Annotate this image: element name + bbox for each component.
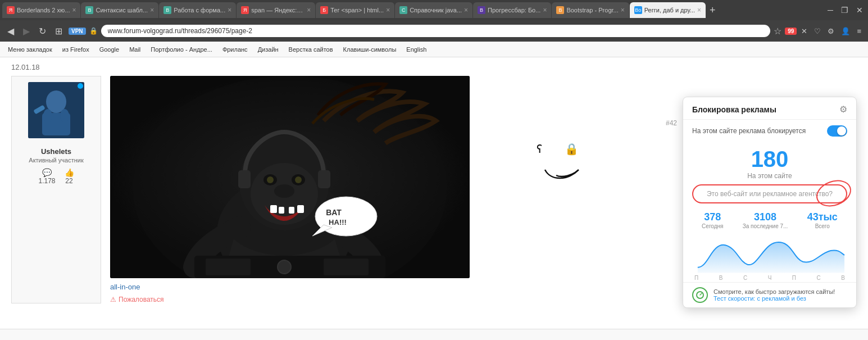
svg-point-14: [295, 176, 302, 183]
back-button[interactable]: ◀: [4, 25, 17, 38]
bookmark-design[interactable]: Дизайн: [255, 45, 282, 54]
tab-close-btn[interactable]: ×: [307, 6, 311, 14]
ad-blocker-panel: Блокировка рекламы ⚙ На этом сайте рекла…: [683, 97, 857, 308]
chart-svg: [692, 234, 847, 273]
doodle-svg: ʕ 🔒: [534, 142, 601, 187]
tab-borderlands[interactable]: Я Borderlands 2 хю... ×: [2, 2, 80, 18]
big-number: 180: [683, 142, 856, 172]
toggle-label: На этом сайте реклама блокируется: [692, 127, 806, 135]
bookmark-verstka[interactable]: Верстка сайтов: [285, 45, 337, 54]
heart-button[interactable]: ♡: [812, 26, 823, 37]
svg-rect-20: [238, 170, 251, 188]
chart-area: П В С Ч П С В: [683, 232, 856, 282]
refresh-button[interactable]: ↻: [36, 25, 49, 38]
post-date: 12.01.18: [11, 63, 857, 71]
tab-close-btn[interactable]: ×: [464, 6, 468, 14]
chart-day-5: П: [792, 275, 796, 281]
bookmarks-bar: Меню закладок из Firefox Google Mail Пор…: [0, 42, 868, 57]
comments-count: 1.178: [38, 177, 55, 185]
settings-button[interactable]: ⚙: [825, 26, 837, 37]
vpn-badge: VPN: [69, 28, 86, 35]
tab-favicon: С: [399, 6, 407, 14]
tab-label: Справочник java...: [410, 7, 462, 13]
speed-link[interactable]: Тест скорости: с рекламой и без: [714, 295, 806, 302]
bookmark-mail[interactable]: Mail: [126, 45, 144, 54]
restore-button[interactable]: ❐: [838, 4, 851, 16]
agency-question-text: Это веб-сайт или рекламное агентство?: [707, 190, 833, 198]
post-image-svg: BAT HA!!!: [110, 76, 470, 278]
forward-button[interactable]: ▶: [20, 25, 33, 38]
minimize-button[interactable]: ─: [825, 4, 836, 16]
tab-favicon: Я: [241, 6, 249, 14]
tab-close-btn[interactable]: ×: [72, 6, 76, 14]
tab-java[interactable]: С Справочник java... ×: [395, 2, 472, 18]
report-label: Пожаловаться: [119, 296, 164, 303]
chart-day-3: С: [743, 275, 747, 281]
bookmark-menu[interactable]: Меню закладок: [4, 45, 56, 54]
tab-label: Работа с форма...: [174, 7, 225, 13]
panel-gear-icon[interactable]: ⚙: [839, 104, 847, 115]
tab-favicon: В: [85, 6, 93, 14]
tab-bootstrap2[interactable]: B Bootstrap - Progr... ×: [552, 2, 629, 18]
tab-close-btn[interactable]: ×: [543, 6, 547, 14]
stat-week-value: 3108: [743, 211, 788, 223]
address-bar: ◀ ▶ ↻ ⊞ VPN 🔒 ☆ 99 ✕ ♡ ⚙ 👤 ≡: [0, 20, 868, 42]
tab-favicon: Б: [320, 6, 328, 14]
svg-text:BAT: BAT: [326, 208, 342, 217]
svg-text:ʕ: ʕ: [537, 143, 542, 155]
tab-close-btn[interactable]: ×: [228, 6, 231, 14]
bookmark-portfolio[interactable]: Портфолио - Андре...: [147, 45, 216, 54]
speed-description: Смотрите, как быстро загружаются сайты!: [714, 288, 835, 295]
tab-span[interactable]: Б Тег <span> | html... ×: [316, 2, 394, 18]
doodle-area: ʕ 🔒: [534, 142, 601, 188]
tab-bar: Я Borderlands 2 хю... × В Синтаксис шабл…: [0, 0, 868, 20]
avatar: [28, 82, 84, 138]
toggle-row: На этом сайте реклама блокируется: [683, 120, 856, 142]
new-tab-button[interactable]: +: [706, 4, 719, 16]
tab-close-btn[interactable]: ×: [386, 6, 390, 14]
close-badge-button[interactable]: ✕: [799, 26, 810, 37]
comment-icon: 💬: [42, 168, 52, 177]
report-button[interactable]: ⚠ Пожаловаться: [110, 296, 164, 303]
user-role: Активный участник: [17, 157, 95, 164]
svg-rect-21: [318, 170, 330, 188]
window-controls: ─ ❐ ✕: [825, 4, 866, 16]
tab-forma[interactable]: В Работа с форма... ×: [159, 2, 236, 18]
tab-close-btn[interactable]: ×: [697, 6, 701, 14]
chart-day-2: В: [719, 275, 723, 281]
bookmark-freelance[interactable]: Фриланс: [219, 45, 251, 54]
stat-total-value: 43тыс: [807, 211, 838, 223]
toggle-switch[interactable]: [827, 125, 847, 137]
speed-row: Смотрите, как быстро загружаются сайты! …: [683, 282, 856, 307]
lock-icon: 🔒: [89, 27, 98, 35]
user-panel: Ushelets Активный участник 💬 1.178 👍 22: [11, 76, 101, 303]
badge-count: 99: [785, 28, 797, 35]
tab-reggae[interactable]: Во Регги, даб и дру... ×: [630, 2, 706, 18]
bookmark-google[interactable]: Google: [96, 45, 122, 54]
svg-text:🔒: 🔒: [565, 142, 579, 156]
bookmark-star-button[interactable]: ☆: [774, 26, 781, 37]
tab-label: Тег <span> | html...: [330, 7, 384, 13]
bookmark-keys[interactable]: Клавиши-символы: [340, 45, 400, 54]
speedometer-icon: [696, 291, 705, 300]
svg-rect-24: [324, 259, 369, 275]
bookmark-firefox[interactable]: из Firefox: [59, 45, 93, 54]
tab-close-btn[interactable]: ×: [150, 6, 154, 14]
account-button[interactable]: 👤: [839, 26, 852, 37]
tab-close-btn[interactable]: ×: [621, 6, 625, 14]
tab-sintaxis[interactable]: В Синтаксис шабл... ×: [81, 2, 158, 18]
tab-yandex[interactable]: Я span — Яндекс:н... ×: [237, 2, 315, 18]
bookmark-english[interactable]: English: [403, 45, 430, 54]
stat-week: 3108 За последние 7...: [743, 211, 788, 229]
address-input[interactable]: [101, 25, 771, 37]
svg-point-25: [278, 260, 291, 274]
tab-bootstrap1[interactable]: B Прогресcбар: Бо... ×: [473, 2, 551, 18]
home-button[interactable]: ⊞: [52, 25, 65, 38]
comments-stat: 💬 1.178: [38, 168, 55, 185]
agency-question[interactable]: Это веб-сайт или рекламное агентство?: [692, 184, 847, 203]
tab-favicon: Я: [7, 6, 15, 14]
menu-button[interactable]: ≡: [855, 26, 864, 37]
panel-title: Блокировка рекламы: [692, 105, 776, 114]
username[interactable]: Ushelets: [17, 147, 95, 156]
close-button[interactable]: ✕: [853, 4, 866, 16]
